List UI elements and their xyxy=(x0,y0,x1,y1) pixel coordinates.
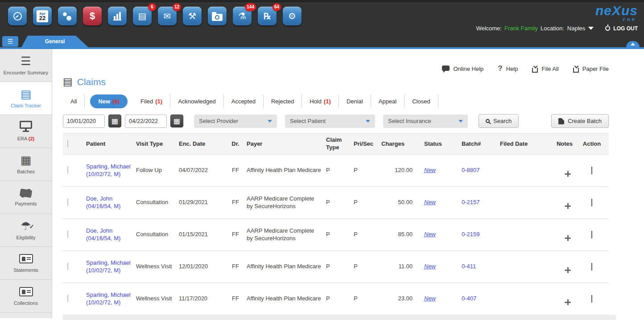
row-checkbox[interactable] xyxy=(67,263,68,270)
monitor-icon xyxy=(20,121,32,129)
patient-select[interactable]: Select Patient xyxy=(285,115,375,128)
row-expand-chevron-icon[interactable] xyxy=(591,199,592,206)
tab-count: (1) xyxy=(155,98,162,105)
messages-icon[interactable]: ✉ 12 xyxy=(158,7,177,25)
batch-link[interactable]: 0-2157 xyxy=(462,199,500,206)
location-label: Location: xyxy=(541,25,564,32)
labs-icon[interactable]: ⚗ 144 xyxy=(233,7,252,25)
patient-link[interactable]: Sparling, Michael (10/02/72, M) xyxy=(86,163,136,178)
sidebar-item-statements[interactable]: Statements xyxy=(0,247,52,280)
dollar-icon: $ xyxy=(90,10,95,22)
date-to-calendar-button[interactable]: ▦ xyxy=(170,115,183,127)
progress-notes-icon[interactable]: ▤ 6 xyxy=(133,7,152,25)
row-expand-chevron-icon[interactable] xyxy=(591,295,592,303)
prescriptions-icon[interactable]: ℞ 64 xyxy=(258,7,277,25)
sidebar-item-era[interactable]: ERA (2) xyxy=(0,115,52,148)
select-all-checkbox[interactable] xyxy=(67,140,68,148)
patient-link[interactable]: Doe, John (04/16/54, M) xyxy=(86,195,136,210)
tab-accepted[interactable]: Accepted xyxy=(224,95,264,108)
batch-link[interactable]: 0-8807 xyxy=(462,167,500,174)
documents-icon[interactable] xyxy=(208,7,227,25)
tab-acknowledged[interactable]: Acknowledged xyxy=(170,95,224,108)
row-checkbox[interactable] xyxy=(67,198,68,206)
dr-cell: FF xyxy=(224,263,247,271)
tab-denial[interactable]: Denial xyxy=(339,95,371,108)
insurance-select[interactable]: Select Insurance xyxy=(383,115,468,128)
file-all-button[interactable]: File All xyxy=(532,65,558,73)
folder-icon xyxy=(212,14,223,21)
sidebar-item-encounter-summary[interactable]: ☰ Encounter Summary xyxy=(0,49,52,82)
dashboard-icon[interactable] xyxy=(8,7,27,25)
row-expand-chevron-icon[interactable] xyxy=(591,263,592,271)
col-header-filed-date: Filed Date xyxy=(500,140,552,148)
batch-link[interactable]: 0-407 xyxy=(462,295,500,303)
tab-closed[interactable]: Closed xyxy=(405,95,438,108)
date-to-input[interactable] xyxy=(125,115,167,128)
tab-label: Filed xyxy=(140,98,153,105)
tab-label: Denial xyxy=(347,98,363,105)
status-link[interactable]: New xyxy=(424,263,436,270)
collapse-panel-arrow[interactable] xyxy=(626,41,640,47)
row-checkbox[interactable] xyxy=(67,295,68,302)
tab-appeal[interactable]: Appeal xyxy=(371,95,405,108)
calendar-icon[interactable]: Apr 22 xyxy=(33,7,52,25)
credit-cards-icon xyxy=(20,189,32,197)
sidebar-item-claim-tracker[interactable]: ▤ Claim Tracker xyxy=(0,82,52,115)
online-help-link[interactable]: Online Help xyxy=(442,66,483,72)
location-dropdown[interactable]: Location: Naples xyxy=(541,25,594,32)
paper-file-button[interactable]: Paper File xyxy=(573,65,609,73)
pri-sec-cell: P xyxy=(354,295,381,303)
patient-link[interactable]: Doe, John (04/16/54, M) xyxy=(86,227,136,242)
reports-icon[interactable] xyxy=(108,7,127,25)
date-from-calendar-button[interactable]: ▦ xyxy=(108,115,121,127)
date-from-input[interactable] xyxy=(63,115,105,128)
status-link[interactable]: New xyxy=(424,295,436,302)
visit-type-cell: Follow Up xyxy=(136,167,179,174)
row-checkbox[interactable] xyxy=(67,166,68,174)
enc-date-cell: 01/29/2021 xyxy=(179,199,224,206)
col-header-charges: Charges xyxy=(381,140,424,148)
provider-select[interactable]: Select Provider xyxy=(194,115,277,128)
billing-icon[interactable]: $ xyxy=(83,7,102,25)
batch-link[interactable]: 0-411 xyxy=(462,263,500,271)
filter-bar: ▦ ▦ Select Provider Select Patient Selec… xyxy=(63,114,609,128)
batch-link[interactable]: 0-2159 xyxy=(462,231,500,238)
location-value: Naples xyxy=(567,25,585,32)
settings-icon[interactable]: ⚙ xyxy=(283,7,301,25)
status-link[interactable]: New xyxy=(424,167,436,173)
create-batch-button[interactable]: Create Batch xyxy=(551,114,609,128)
status-link[interactable]: New xyxy=(424,199,436,205)
app-window: Apr 22 ☻ ☻ $ ▤ 6 xyxy=(0,0,644,320)
calendar-day: 22 xyxy=(39,16,45,21)
col-header-enc-date: Enc. Date xyxy=(179,140,224,148)
tab-filed[interactable]: Filed(1) xyxy=(133,95,170,108)
tab-new[interactable]: New(6) xyxy=(90,94,128,108)
row-expand-chevron-icon[interactable] xyxy=(591,167,592,174)
col-header-payer: Payer xyxy=(247,140,326,148)
patient-link[interactable]: Sparling, Michael (10/02/72, M) xyxy=(86,291,136,307)
question-mark-icon: ? xyxy=(498,64,502,73)
patient-link[interactable]: Sparling, Michael (10/02/72, M) xyxy=(86,259,136,275)
tab-rejected[interactable]: Rejected xyxy=(264,95,302,108)
menu-toggle-button[interactable]: ☰ xyxy=(2,36,18,47)
procedures-icon[interactable]: ⚒ xyxy=(183,7,202,25)
status-link[interactable]: New xyxy=(424,231,436,238)
row-expand-chevron-icon[interactable] xyxy=(591,231,592,238)
row-checkbox[interactable] xyxy=(67,230,68,238)
bar-chart-icon xyxy=(113,12,121,21)
tab-label: New xyxy=(98,98,110,105)
file-all-label: File All xyxy=(541,66,558,72)
sidebar-item-payments[interactable]: Payments xyxy=(0,181,52,214)
sidebar-item-collections[interactable]: Collections xyxy=(0,280,52,313)
tab-general[interactable]: General xyxy=(21,36,88,47)
search-button[interactable]: Search xyxy=(479,114,519,128)
sidebar-item-eligibility[interactable]: ☂ ✓ Eligibility xyxy=(0,214,52,247)
logout-button[interactable]: LOG OUT xyxy=(605,25,638,32)
sidebar-item-batches[interactable]: ▦ Batches xyxy=(0,148,52,181)
chevron-down-icon xyxy=(268,120,272,123)
tab-all[interactable]: All xyxy=(63,95,85,108)
patients-icon[interactable]: ☻ ☻ xyxy=(58,7,77,25)
help-link[interactable]: ? Help xyxy=(498,64,518,73)
id-card-icon xyxy=(19,254,33,263)
tab-hold[interactable]: Hold(1) xyxy=(302,95,339,108)
